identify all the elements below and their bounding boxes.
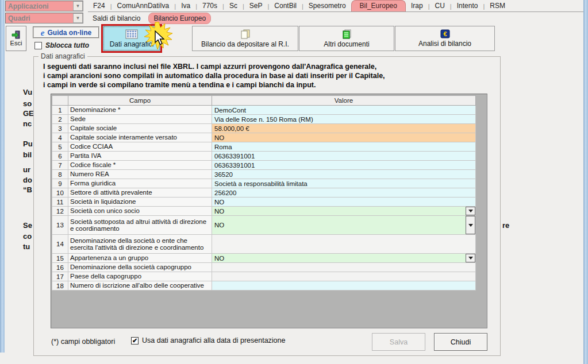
- row-number: 6: [52, 152, 68, 161]
- bilancio-depositare-button[interactable]: Bilancio da depositare al R.I.: [192, 26, 298, 51]
- tab-spesometro[interactable]: Spesometro: [303, 1, 351, 11]
- valore-cell[interactable]: 58.000,00 €: [212, 124, 476, 133]
- tab-comuanndatiiva[interactable]: ComuAnnDatiIva: [112, 1, 175, 11]
- dropdown-arrow-button[interactable]: [466, 207, 475, 215]
- altri-documenti-button[interactable]: Altri documenti: [299, 26, 394, 51]
- background-text-fragment: re: [502, 221, 509, 230]
- valore-cell[interactable]: [212, 235, 476, 254]
- row-number: 7: [52, 161, 68, 170]
- tab-770s[interactable]: 770s: [197, 1, 222, 11]
- valore-cell[interactable]: NO: [212, 254, 476, 263]
- checkbox-checked-icon[interactable]: ✔: [131, 337, 139, 344]
- tab-bil_europeo[interactable]: Bil_Europeo: [351, 0, 406, 11]
- valore-cell[interactable]: NO: [212, 198, 476, 207]
- valore-cell[interactable]: NO: [212, 207, 476, 216]
- checkbox-unchecked-icon[interactable]: [34, 42, 42, 49]
- row-number: 2: [52, 115, 68, 124]
- background-text-fragment: nc: [23, 119, 32, 128]
- chevron-down-icon[interactable]: ▼: [73, 1, 83, 11]
- salva-button[interactable]: Salva: [372, 333, 425, 351]
- background-text-fragment: co: [23, 232, 32, 241]
- tab-sc[interactable]: Sc: [224, 1, 243, 11]
- usa-dati-checkbox[interactable]: ✔ Usa dati anagrafici alla data di prese…: [131, 336, 285, 344]
- valore-cell[interactable]: 06363391001: [212, 152, 476, 161]
- background-text-fragment: so: [23, 99, 32, 108]
- valore-text: 06363391001: [214, 162, 255, 169]
- valore-cell[interactable]: 256200: [212, 188, 476, 198]
- valore-cell[interactable]: [212, 281, 476, 291]
- svg-text:€: €: [443, 30, 447, 37]
- quadri-label: Quadri: [6, 14, 30, 22]
- background-text-fragment: tu: [23, 242, 30, 251]
- applicazioni-dropdown[interactable]: Applicazioni ▼: [5, 1, 83, 11]
- altri-documenti-label: Altri documenti: [324, 40, 369, 48]
- table-row: 16Denominazione della società capogruppo: [52, 263, 476, 272]
- required-fields-note: (*) campi obbligatori: [51, 338, 115, 346]
- row-number: 16: [52, 263, 68, 272]
- exit-door-icon: [11, 30, 21, 39]
- app-tabs: F24|ComuAnnDatiIva|Iva|770s|Sc|SeP|ContB…: [88, 0, 588, 12]
- row-number: 12: [52, 207, 68, 216]
- tab-cu[interactable]: CU: [430, 1, 450, 11]
- valore-header: Valore: [212, 96, 476, 106]
- valore-cell[interactable]: 06363391001: [212, 161, 476, 170]
- valore-cell[interactable]: Via delle Rose n. 150 Roma (RM): [212, 115, 476, 124]
- background-text-fragment: Se: [23, 221, 32, 230]
- usa-dati-label: Usa dati anagrafici alla data di present…: [142, 336, 285, 344]
- tab-irap[interactable]: Irap: [406, 1, 428, 11]
- dati-anagrafici-label: Dati anagrafici: [110, 40, 154, 48]
- intro-line-2: i campi arancioni sono compilati in auto…: [43, 71, 385, 80]
- row-number: 1: [52, 106, 68, 115]
- quadri-dropdown[interactable]: Quadri ▼: [5, 13, 83, 24]
- valore-cell[interactable]: [212, 263, 476, 272]
- valore-cell[interactable]: NO: [212, 133, 476, 142]
- quadri-tab-saldi-di-bilancio[interactable]: Saldi di bilancio: [88, 13, 145, 24]
- dropdown-arrow-button[interactable]: [466, 254, 475, 262]
- campo-cell: Denominazione della società capogruppo: [68, 263, 212, 272]
- table-row: 5Codice CCIAARoma: [52, 142, 476, 152]
- dropdown-arrow-button[interactable]: [466, 216, 475, 234]
- valore-cell[interactable]: [212, 272, 476, 281]
- tab-sep[interactable]: SeP: [244, 1, 268, 11]
- valore-cell[interactable]: 36520: [212, 170, 476, 179]
- guida-online-button[interactable]: e Guida on-line: [33, 26, 99, 38]
- chevron-down-icon[interactable]: ▼: [73, 13, 83, 23]
- campo-cell: Partita IVA: [68, 152, 212, 161]
- campo-cell: Forma giuridica: [68, 179, 212, 188]
- background-text-fragment: GE: [23, 109, 34, 118]
- valore-cell[interactable]: Roma: [212, 142, 476, 152]
- internet-explorer-icon: e: [41, 29, 45, 36]
- background-text-fragment: “B: [23, 185, 32, 194]
- quadri-tab-bilancio-europeo[interactable]: Bilancio Europeo: [148, 13, 211, 24]
- campo-cell: Società sottoposta ad altrui attività di…: [68, 216, 212, 235]
- tab-intento[interactable]: Intento: [452, 1, 483, 11]
- valore-cell[interactable]: Società a responsabilità limitata: [212, 179, 476, 188]
- campo-cell: Società in liquidazione: [68, 198, 212, 207]
- toolbar: Esci e Guida on-line Sblocca tutto: [0, 24, 588, 54]
- row-number: 8: [52, 170, 68, 179]
- tab-contbil[interactable]: ContBil: [269, 1, 302, 11]
- valore-cell[interactable]: DemoCont: [212, 106, 476, 115]
- dati-anagrafici-button[interactable]: Dati anagrafici: [101, 24, 162, 53]
- tab-f24[interactable]: F24: [88, 1, 110, 11]
- background-text-fragment: do: [23, 176, 32, 184]
- sblocca-tutto-checkbox[interactable]: Sblocca tutto: [34, 41, 89, 49]
- analisi-bilancio-button[interactable]: € Analisi di bilancio: [395, 26, 495, 51]
- data-table-icon: [125, 29, 138, 39]
- table-row: 9Forma giuridicaSocietà a responsabilità…: [52, 179, 476, 188]
- bilancio-depositare-label: Bilancio da depositare al R.I.: [201, 40, 289, 48]
- row-number: 17: [52, 272, 68, 281]
- campo-cell: Denominazione della società o ente che e…: [68, 235, 212, 254]
- tab-rsm[interactable]: RSM: [485, 1, 510, 11]
- campo-cell: Settore di attività prevalente: [68, 188, 212, 198]
- euro-analysis-icon: €: [440, 29, 450, 38]
- applicazioni-label: Applicazioni: [6, 2, 49, 10]
- tab-iva[interactable]: Iva: [176, 1, 195, 11]
- chiudi-label: Chiudi: [451, 338, 471, 346]
- chiudi-button[interactable]: Chiudi: [434, 333, 487, 351]
- row-number: 3: [52, 124, 68, 133]
- esci-button[interactable]: Esci: [6, 26, 26, 51]
- valore-cell[interactable]: NO: [212, 216, 476, 235]
- background-text-fragment: Vu: [23, 88, 32, 96]
- chevron-down-icon: [468, 210, 473, 212]
